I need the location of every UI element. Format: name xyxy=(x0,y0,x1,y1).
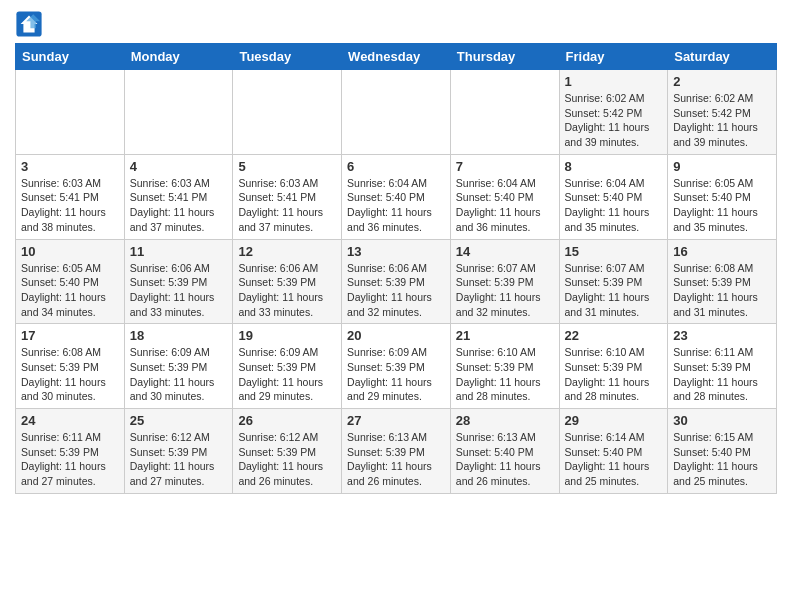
calendar-week-row: 17Sunrise: 6:08 AM Sunset: 5:39 PM Dayli… xyxy=(16,324,777,409)
day-number: 18 xyxy=(130,328,228,343)
calendar-cell xyxy=(342,70,451,155)
day-info: Sunrise: 6:04 AM Sunset: 5:40 PM Dayligh… xyxy=(565,176,663,235)
header xyxy=(15,10,777,38)
day-number: 25 xyxy=(130,413,228,428)
day-info: Sunrise: 6:14 AM Sunset: 5:40 PM Dayligh… xyxy=(565,430,663,489)
calendar-cell: 27Sunrise: 6:13 AM Sunset: 5:39 PM Dayli… xyxy=(342,409,451,494)
calendar-week-row: 24Sunrise: 6:11 AM Sunset: 5:39 PM Dayli… xyxy=(16,409,777,494)
day-info: Sunrise: 6:09 AM Sunset: 5:39 PM Dayligh… xyxy=(347,345,445,404)
day-info: Sunrise: 6:05 AM Sunset: 5:40 PM Dayligh… xyxy=(673,176,771,235)
day-number: 30 xyxy=(673,413,771,428)
day-info: Sunrise: 6:07 AM Sunset: 5:39 PM Dayligh… xyxy=(565,261,663,320)
calendar-cell: 23Sunrise: 6:11 AM Sunset: 5:39 PM Dayli… xyxy=(668,324,777,409)
calendar-cell: 5Sunrise: 6:03 AM Sunset: 5:41 PM Daylig… xyxy=(233,154,342,239)
calendar-header-row: SundayMondayTuesdayWednesdayThursdayFrid… xyxy=(16,44,777,70)
day-number: 11 xyxy=(130,244,228,259)
calendar-cell: 28Sunrise: 6:13 AM Sunset: 5:40 PM Dayli… xyxy=(450,409,559,494)
weekday-header: Friday xyxy=(559,44,668,70)
day-info: Sunrise: 6:09 AM Sunset: 5:39 PM Dayligh… xyxy=(238,345,336,404)
day-info: Sunrise: 6:04 AM Sunset: 5:40 PM Dayligh… xyxy=(347,176,445,235)
calendar-week-row: 1Sunrise: 6:02 AM Sunset: 5:42 PM Daylig… xyxy=(16,70,777,155)
calendar-cell: 22Sunrise: 6:10 AM Sunset: 5:39 PM Dayli… xyxy=(559,324,668,409)
day-number: 4 xyxy=(130,159,228,174)
day-number: 26 xyxy=(238,413,336,428)
calendar-cell xyxy=(450,70,559,155)
calendar-cell: 3Sunrise: 6:03 AM Sunset: 5:41 PM Daylig… xyxy=(16,154,125,239)
calendar-cell: 6Sunrise: 6:04 AM Sunset: 5:40 PM Daylig… xyxy=(342,154,451,239)
day-info: Sunrise: 6:15 AM Sunset: 5:40 PM Dayligh… xyxy=(673,430,771,489)
calendar-cell: 20Sunrise: 6:09 AM Sunset: 5:39 PM Dayli… xyxy=(342,324,451,409)
logo xyxy=(15,10,45,38)
day-number: 21 xyxy=(456,328,554,343)
calendar-cell: 9Sunrise: 6:05 AM Sunset: 5:40 PM Daylig… xyxy=(668,154,777,239)
calendar-cell: 25Sunrise: 6:12 AM Sunset: 5:39 PM Dayli… xyxy=(124,409,233,494)
day-info: Sunrise: 6:12 AM Sunset: 5:39 PM Dayligh… xyxy=(238,430,336,489)
day-number: 29 xyxy=(565,413,663,428)
day-info: Sunrise: 6:06 AM Sunset: 5:39 PM Dayligh… xyxy=(238,261,336,320)
day-number: 7 xyxy=(456,159,554,174)
calendar-cell: 14Sunrise: 6:07 AM Sunset: 5:39 PM Dayli… xyxy=(450,239,559,324)
day-info: Sunrise: 6:11 AM Sunset: 5:39 PM Dayligh… xyxy=(673,345,771,404)
day-info: Sunrise: 6:06 AM Sunset: 5:39 PM Dayligh… xyxy=(347,261,445,320)
day-number: 27 xyxy=(347,413,445,428)
day-info: Sunrise: 6:05 AM Sunset: 5:40 PM Dayligh… xyxy=(21,261,119,320)
day-info: Sunrise: 6:13 AM Sunset: 5:40 PM Dayligh… xyxy=(456,430,554,489)
calendar-cell: 29Sunrise: 6:14 AM Sunset: 5:40 PM Dayli… xyxy=(559,409,668,494)
calendar-cell: 18Sunrise: 6:09 AM Sunset: 5:39 PM Dayli… xyxy=(124,324,233,409)
day-number: 22 xyxy=(565,328,663,343)
weekday-header: Tuesday xyxy=(233,44,342,70)
calendar-cell xyxy=(124,70,233,155)
day-number: 20 xyxy=(347,328,445,343)
day-info: Sunrise: 6:07 AM Sunset: 5:39 PM Dayligh… xyxy=(456,261,554,320)
day-number: 14 xyxy=(456,244,554,259)
day-number: 8 xyxy=(565,159,663,174)
page-container: SundayMondayTuesdayWednesdayThursdayFrid… xyxy=(0,0,792,504)
calendar-cell: 13Sunrise: 6:06 AM Sunset: 5:39 PM Dayli… xyxy=(342,239,451,324)
day-number: 15 xyxy=(565,244,663,259)
day-info: Sunrise: 6:08 AM Sunset: 5:39 PM Dayligh… xyxy=(21,345,119,404)
day-info: Sunrise: 6:04 AM Sunset: 5:40 PM Dayligh… xyxy=(456,176,554,235)
day-info: Sunrise: 6:12 AM Sunset: 5:39 PM Dayligh… xyxy=(130,430,228,489)
calendar-cell: 24Sunrise: 6:11 AM Sunset: 5:39 PM Dayli… xyxy=(16,409,125,494)
calendar-cell xyxy=(16,70,125,155)
day-info: Sunrise: 6:02 AM Sunset: 5:42 PM Dayligh… xyxy=(673,91,771,150)
day-info: Sunrise: 6:13 AM Sunset: 5:39 PM Dayligh… xyxy=(347,430,445,489)
day-info: Sunrise: 6:10 AM Sunset: 5:39 PM Dayligh… xyxy=(456,345,554,404)
day-number: 12 xyxy=(238,244,336,259)
day-info: Sunrise: 6:03 AM Sunset: 5:41 PM Dayligh… xyxy=(238,176,336,235)
day-info: Sunrise: 6:06 AM Sunset: 5:39 PM Dayligh… xyxy=(130,261,228,320)
calendar-cell: 15Sunrise: 6:07 AM Sunset: 5:39 PM Dayli… xyxy=(559,239,668,324)
day-number: 23 xyxy=(673,328,771,343)
calendar-cell: 11Sunrise: 6:06 AM Sunset: 5:39 PM Dayli… xyxy=(124,239,233,324)
weekday-header: Thursday xyxy=(450,44,559,70)
calendar-cell: 21Sunrise: 6:10 AM Sunset: 5:39 PM Dayli… xyxy=(450,324,559,409)
day-number: 28 xyxy=(456,413,554,428)
day-info: Sunrise: 6:03 AM Sunset: 5:41 PM Dayligh… xyxy=(130,176,228,235)
day-info: Sunrise: 6:02 AM Sunset: 5:42 PM Dayligh… xyxy=(565,91,663,150)
calendar-cell: 1Sunrise: 6:02 AM Sunset: 5:42 PM Daylig… xyxy=(559,70,668,155)
day-info: Sunrise: 6:08 AM Sunset: 5:39 PM Dayligh… xyxy=(673,261,771,320)
day-number: 1 xyxy=(565,74,663,89)
day-number: 10 xyxy=(21,244,119,259)
calendar-cell: 26Sunrise: 6:12 AM Sunset: 5:39 PM Dayli… xyxy=(233,409,342,494)
calendar-cell: 16Sunrise: 6:08 AM Sunset: 5:39 PM Dayli… xyxy=(668,239,777,324)
calendar-cell: 30Sunrise: 6:15 AM Sunset: 5:40 PM Dayli… xyxy=(668,409,777,494)
day-info: Sunrise: 6:10 AM Sunset: 5:39 PM Dayligh… xyxy=(565,345,663,404)
day-number: 2 xyxy=(673,74,771,89)
day-info: Sunrise: 6:11 AM Sunset: 5:39 PM Dayligh… xyxy=(21,430,119,489)
day-number: 5 xyxy=(238,159,336,174)
weekday-header: Wednesday xyxy=(342,44,451,70)
day-number: 3 xyxy=(21,159,119,174)
calendar-cell: 12Sunrise: 6:06 AM Sunset: 5:39 PM Dayli… xyxy=(233,239,342,324)
calendar-cell xyxy=(233,70,342,155)
day-number: 19 xyxy=(238,328,336,343)
calendar-week-row: 3Sunrise: 6:03 AM Sunset: 5:41 PM Daylig… xyxy=(16,154,777,239)
weekday-header: Monday xyxy=(124,44,233,70)
day-info: Sunrise: 6:03 AM Sunset: 5:41 PM Dayligh… xyxy=(21,176,119,235)
day-number: 16 xyxy=(673,244,771,259)
calendar-cell: 2Sunrise: 6:02 AM Sunset: 5:42 PM Daylig… xyxy=(668,70,777,155)
day-info: Sunrise: 6:09 AM Sunset: 5:39 PM Dayligh… xyxy=(130,345,228,404)
calendar-cell: 19Sunrise: 6:09 AM Sunset: 5:39 PM Dayli… xyxy=(233,324,342,409)
day-number: 9 xyxy=(673,159,771,174)
weekday-header: Saturday xyxy=(668,44,777,70)
